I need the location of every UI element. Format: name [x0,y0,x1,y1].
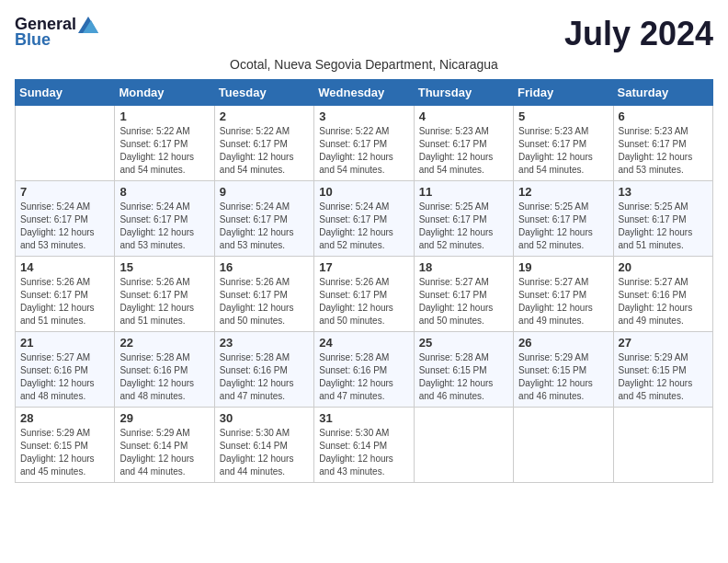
day-info: Sunrise: 5:26 AMSunset: 6:17 PMDaylight:… [220,276,309,327]
weekday-header: Friday [514,80,613,106]
calendar-cell: 7Sunrise: 5:24 AMSunset: 6:17 PMDaylight… [16,181,115,257]
day-info: Sunrise: 5:25 AMSunset: 6:17 PMDaylight:… [419,201,508,252]
calendar-cell: 30Sunrise: 5:30 AMSunset: 6:14 PMDayligh… [214,408,313,483]
day-info: Sunrise: 5:27 AMSunset: 6:16 PMDaylight:… [619,276,708,327]
day-number: 25 [419,336,508,350]
calendar-cell: 10Sunrise: 5:24 AMSunset: 6:17 PMDayligh… [314,181,414,257]
calendar-cell [514,408,613,483]
day-info: Sunrise: 5:26 AMSunset: 6:17 PMDaylight:… [20,276,109,327]
weekday-header: Thursday [414,80,513,106]
day-number: 9 [220,185,309,199]
day-info: Sunrise: 5:28 AMSunset: 6:16 PMDaylight:… [119,351,209,403]
calendar-week-row: 14Sunrise: 5:26 AMSunset: 6:17 PMDayligh… [16,257,713,332]
day-number: 2 [220,109,309,123]
calendar-cell [414,408,513,483]
day-number: 10 [319,185,408,199]
logo: General Blue [15,15,98,50]
day-number: 4 [419,109,508,123]
weekday-header: Sunday [16,80,115,106]
day-info: Sunrise: 5:30 AMSunset: 6:14 PMDaylight:… [220,427,309,478]
calendar-cell: 3Sunrise: 5:22 AMSunset: 6:17 PMDaylight… [314,106,414,181]
day-number: 30 [220,411,309,425]
logo-blue: Blue [15,30,51,50]
day-info: Sunrise: 5:28 AMSunset: 6:15 PMDaylight:… [419,351,508,403]
day-number: 20 [619,260,708,274]
weekday-header: Monday [115,80,214,106]
day-number: 29 [119,411,209,425]
page-header: General Blue July 2024 [15,15,713,53]
day-info: Sunrise: 5:28 AMSunset: 6:16 PMDaylight:… [220,351,309,403]
month-title: July 2024 [564,15,713,53]
calendar-cell: 18Sunrise: 5:27 AMSunset: 6:17 PMDayligh… [414,257,513,332]
calendar-table: SundayMondayTuesdayWednesdayThursdayFrid… [15,79,713,483]
day-info: Sunrise: 5:24 AMSunset: 6:17 PMDaylight:… [20,201,109,252]
calendar-cell: 24Sunrise: 5:28 AMSunset: 6:16 PMDayligh… [314,332,414,408]
calendar-cell [613,408,712,483]
calendar-cell: 9Sunrise: 5:24 AMSunset: 6:17 PMDaylight… [214,181,313,257]
calendar-week-row: 21Sunrise: 5:27 AMSunset: 6:16 PMDayligh… [16,332,713,408]
calendar-cell: 13Sunrise: 5:25 AMSunset: 6:17 PMDayligh… [613,181,712,257]
day-info: Sunrise: 5:29 AMSunset: 6:15 PMDaylight:… [619,351,708,403]
day-number: 19 [518,260,608,274]
day-info: Sunrise: 5:30 AMSunset: 6:14 PMDaylight:… [319,427,408,478]
day-info: Sunrise: 5:22 AMSunset: 6:17 PMDaylight:… [220,125,309,177]
calendar-cell: 26Sunrise: 5:29 AMSunset: 6:15 PMDayligh… [514,332,613,408]
calendar-cell: 31Sunrise: 5:30 AMSunset: 6:14 PMDayligh… [314,408,414,483]
calendar-week-row: 28Sunrise: 5:29 AMSunset: 6:15 PMDayligh… [16,408,713,483]
day-info: Sunrise: 5:22 AMSunset: 6:17 PMDaylight:… [319,125,408,177]
calendar-cell: 1Sunrise: 5:22 AMSunset: 6:17 PMDaylight… [115,106,214,181]
day-number: 28 [20,411,109,425]
day-number: 23 [220,336,309,350]
calendar-cell: 8Sunrise: 5:24 AMSunset: 6:17 PMDaylight… [115,181,214,257]
calendar-cell: 29Sunrise: 5:29 AMSunset: 6:14 PMDayligh… [115,408,214,483]
calendar-cell: 5Sunrise: 5:23 AMSunset: 6:17 PMDaylight… [514,106,613,181]
day-info: Sunrise: 5:29 AMSunset: 6:15 PMDaylight:… [518,351,608,403]
calendar-cell: 14Sunrise: 5:26 AMSunset: 6:17 PMDayligh… [16,257,115,332]
day-number: 21 [20,336,109,350]
day-info: Sunrise: 5:29 AMSunset: 6:14 PMDaylight:… [119,427,209,478]
weekday-header-row: SundayMondayTuesdayWednesdayThursdayFrid… [16,80,713,106]
calendar-week-row: 1Sunrise: 5:22 AMSunset: 6:17 PMDaylight… [16,106,713,181]
day-number: 13 [619,185,708,199]
calendar-cell: 20Sunrise: 5:27 AMSunset: 6:16 PMDayligh… [613,257,712,332]
day-info: Sunrise: 5:29 AMSunset: 6:15 PMDaylight:… [20,427,109,478]
day-info: Sunrise: 5:28 AMSunset: 6:16 PMDaylight:… [319,351,408,403]
day-info: Sunrise: 5:26 AMSunset: 6:17 PMDaylight:… [119,276,209,327]
calendar-cell: 19Sunrise: 5:27 AMSunset: 6:17 PMDayligh… [514,257,613,332]
calendar-cell: 28Sunrise: 5:29 AMSunset: 6:15 PMDayligh… [16,408,115,483]
day-info: Sunrise: 5:25 AMSunset: 6:17 PMDaylight:… [619,201,708,252]
calendar-cell: 16Sunrise: 5:26 AMSunset: 6:17 PMDayligh… [214,257,313,332]
logo-icon [78,17,98,33]
day-number: 12 [518,185,608,199]
day-number: 22 [119,336,209,350]
day-info: Sunrise: 5:22 AMSunset: 6:17 PMDaylight:… [119,125,209,177]
calendar-cell: 15Sunrise: 5:26 AMSunset: 6:17 PMDayligh… [115,257,214,332]
calendar-cell: 4Sunrise: 5:23 AMSunset: 6:17 PMDaylight… [414,106,513,181]
weekday-header: Wednesday [314,80,414,106]
calendar-cell: 11Sunrise: 5:25 AMSunset: 6:17 PMDayligh… [414,181,513,257]
calendar-cell: 25Sunrise: 5:28 AMSunset: 6:15 PMDayligh… [414,332,513,408]
day-number: 5 [518,109,608,123]
day-info: Sunrise: 5:27 AMSunset: 6:17 PMDaylight:… [518,276,608,327]
day-number: 26 [518,336,608,350]
calendar-cell [16,106,115,181]
day-number: 16 [220,260,309,274]
calendar-cell: 27Sunrise: 5:29 AMSunset: 6:15 PMDayligh… [613,332,712,408]
calendar-cell: 23Sunrise: 5:28 AMSunset: 6:16 PMDayligh… [214,332,313,408]
day-info: Sunrise: 5:25 AMSunset: 6:17 PMDaylight:… [518,201,608,252]
day-info: Sunrise: 5:23 AMSunset: 6:17 PMDaylight:… [619,125,708,177]
day-number: 6 [619,109,708,123]
day-info: Sunrise: 5:27 AMSunset: 6:16 PMDaylight:… [20,351,109,403]
day-info: Sunrise: 5:24 AMSunset: 6:17 PMDaylight:… [319,201,408,252]
day-number: 8 [119,185,209,199]
day-info: Sunrise: 5:27 AMSunset: 6:17 PMDaylight:… [419,276,508,327]
day-number: 3 [319,109,408,123]
calendar-cell: 6Sunrise: 5:23 AMSunset: 6:17 PMDaylight… [613,106,712,181]
day-info: Sunrise: 5:23 AMSunset: 6:17 PMDaylight:… [518,125,608,177]
day-number: 7 [20,185,109,199]
calendar-cell: 22Sunrise: 5:28 AMSunset: 6:16 PMDayligh… [115,332,214,408]
day-number: 24 [319,336,408,350]
weekday-header: Tuesday [214,80,313,106]
day-number: 11 [419,185,508,199]
day-number: 27 [619,336,708,350]
